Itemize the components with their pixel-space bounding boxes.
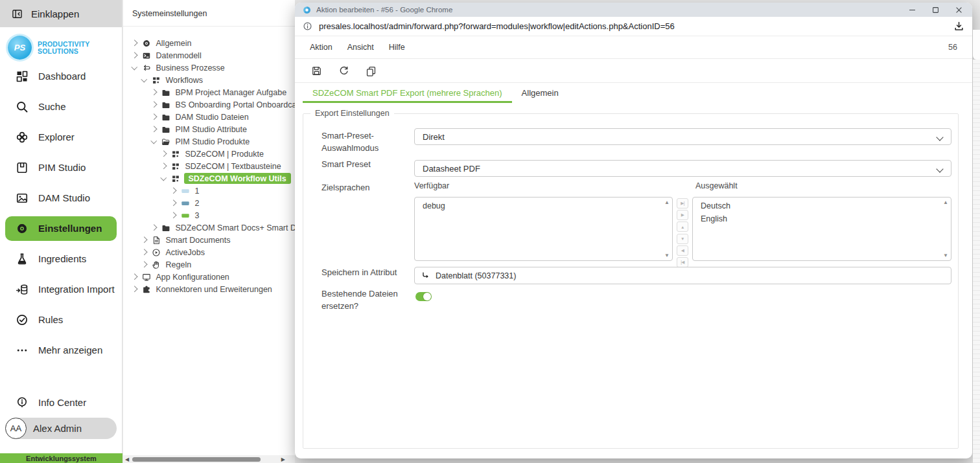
tree-node-bs-onboarding-portal-onboardcatalog[interactable]: BS Onboarding Portal Onboardcatalog: [123, 98, 295, 111]
tab-sdzecom-smart-pdf-export-mehrere-sprache[interactable]: SDZeCOM Smart PDF Export (mehrere Sprach…: [303, 83, 512, 103]
close-icon[interactable]: [955, 6, 963, 14]
chevron-right-icon[interactable]: [161, 151, 167, 157]
sidebar-item-dam-studio[interactable]: DAM Studio: [5, 186, 117, 210]
maximize-icon[interactable]: [931, 6, 940, 14]
tree-node-sdzecom-produkte[interactable]: SDZeCOM | Produkte: [123, 148, 295, 160]
scroll-down-icon[interactable]: ▼: [664, 253, 670, 258]
tree-node-3[interactable]: 3: [123, 209, 295, 221]
tree-node-workflows[interactable]: Workflows: [123, 74, 295, 86]
tree-node-business-prozesse[interactable]: Business Prozesse: [123, 62, 295, 74]
chevron-right-icon[interactable]: [151, 114, 157, 120]
tree-node-allgemein[interactable]: Allgemein: [123, 37, 295, 49]
tree-node-sdzecom-smart-docs-smart-documents[interactable]: SDZeCOM Smart Docs+ Smart Documents: [123, 221, 295, 234]
logo-badge: PS: [8, 36, 32, 60]
chevron-right-icon[interactable]: [161, 163, 167, 169]
chevron-down-icon[interactable]: [132, 64, 137, 70]
undo-button[interactable]: [338, 65, 349, 76]
sidebar-item-row: PIM Studio: [0, 152, 122, 183]
scrollbar-thumb[interactable]: [132, 457, 261, 462]
chevron-right-icon[interactable]: [132, 40, 137, 46]
tree-node-datenmodell[interactable]: Datenmodell: [123, 49, 295, 62]
user-name: Alex Admin: [33, 423, 82, 434]
move-all-right-icon[interactable]: ▶|: [677, 198, 688, 209]
move-all-left-icon[interactable]: |◀: [677, 257, 688, 267]
replace-files-toggle[interactable]: [415, 292, 432, 301]
sidebar-item-explorer[interactable]: Explorer: [5, 125, 117, 150]
sidebar-item-rules[interactable]: Rules: [5, 308, 117, 332]
tree-node-regeln[interactable]: Regeln: [123, 258, 295, 271]
chevron-down-icon[interactable]: [161, 175, 167, 181]
list-item[interactable]: debug: [415, 198, 672, 210]
tree-node-2[interactable]: 2: [123, 197, 295, 209]
chevron-right-icon[interactable]: [132, 274, 137, 280]
user-menu[interactable]: AA Alex Admin: [5, 418, 117, 439]
download-icon[interactable]: [953, 21, 964, 32]
url-text[interactable]: presales.localhost/admin/forward.php?for…: [319, 21, 947, 31]
chevron-right-icon[interactable]: [141, 262, 147, 267]
move-left-icon[interactable]: ◀: [677, 245, 688, 256]
tabs: SDZeCOM Smart PDF Export (mehrere Sprach…: [295, 83, 972, 103]
chevron-right-icon[interactable]: [141, 237, 147, 243]
chevron-right-icon[interactable]: [141, 249, 147, 255]
sidebar-item-integration-import[interactable]: Integration Import: [5, 277, 117, 302]
chevron-right-icon[interactable]: [170, 188, 176, 194]
sidebar-item-row: Explorer: [0, 122, 122, 152]
save-attribute-input[interactable]: Datenblatt (50377331): [414, 267, 951, 284]
tree-node-pim-studio-attribute[interactable]: PIM Studio Attribute: [123, 123, 295, 135]
smart-preset-select[interactable]: Datasheet PDF: [414, 160, 951, 177]
scroll-down-icon[interactable]: ▼: [943, 253, 948, 258]
puzzle-icon: [142, 285, 151, 294]
chevron-right-icon[interactable]: [151, 225, 157, 231]
copy-button[interactable]: [366, 65, 377, 76]
move-down-icon[interactable]: ▼: [677, 234, 688, 244]
url-bar[interactable]: presales.localhost/admin/forward.php?for…: [295, 17, 972, 36]
tree-node-smart-documents[interactable]: Smart Documents: [123, 234, 295, 246]
tree-node-sdzecom-workflow-utils[interactable]: SDZeCOM Workflow Utils: [123, 172, 295, 185]
tree-node-konnektoren-und-erweiterungen[interactable]: Konnektoren und Erweiterungen: [123, 283, 295, 295]
tree-node-sdzecom-textbausteine[interactable]: SDZeCOM | Textbausteine: [123, 160, 295, 172]
chevron-right-icon[interactable]: [170, 200, 176, 206]
save-button[interactable]: [311, 65, 322, 76]
sidebar-item-einstellungen[interactable]: Einstellungen: [5, 216, 117, 241]
menu-item-aktion[interactable]: Aktion: [310, 43, 332, 52]
chevron-right-icon[interactable]: [151, 126, 157, 132]
sidebar-item-label: Ingredients: [38, 253, 86, 264]
sidebar-item-pim-studio[interactable]: PIM Studio: [5, 155, 117, 180]
menu-item-hilfe[interactable]: Hilfe: [389, 43, 405, 52]
smart-preset-mode-select[interactable]: Direkt: [414, 128, 951, 145]
available-languages-listbox[interactable]: ▲ debug▼: [414, 197, 673, 261]
scroll-up-icon[interactable]: ▲: [664, 199, 670, 205]
chevron-right-icon[interactable]: [170, 212, 176, 218]
chevron-down-icon[interactable]: [141, 76, 147, 82]
tree-node-pim-studio-produkte[interactable]: PIM Studio Produkte: [123, 135, 295, 148]
chevron-down-icon[interactable]: [151, 138, 157, 144]
chevron-right-icon[interactable]: [151, 89, 157, 95]
sidebar-item-info-center[interactable]: Info Center: [5, 390, 117, 415]
move-up-icon[interactable]: ▲: [677, 221, 688, 232]
tab-allgemein[interactable]: Allgemein: [512, 83, 568, 103]
tree-node-activejobs[interactable]: ActiveJobs: [123, 246, 295, 258]
chevron-right-icon[interactable]: [151, 102, 157, 107]
horizontal-scrollbar[interactable]: ◀ ▶: [123, 455, 295, 463]
move-right-icon[interactable]: ▶: [677, 210, 688, 220]
tree-node-bpm-project-manager-aufgabe[interactable]: BPM Project Manager Aufgabe: [123, 86, 295, 98]
page-info-icon[interactable]: [303, 21, 312, 31]
sidebar-item-ingredients[interactable]: Ingredients: [5, 247, 117, 271]
menu-item-ansicht[interactable]: Ansicht: [347, 43, 374, 52]
tree-node-1[interactable]: 1: [123, 185, 295, 197]
chevron-right-icon[interactable]: [132, 52, 137, 58]
list-item[interactable]: English: [693, 210, 951, 223]
scroll-right-icon[interactable]: ▶: [281, 456, 285, 463]
sidebar-item-dashboard[interactable]: Dashboard: [5, 64, 117, 89]
sidebar-item-suche[interactable]: Suche: [5, 95, 117, 119]
list-item[interactable]: Deutsch: [693, 198, 951, 210]
sidebar-item-mehr-anzeigen[interactable]: Mehr anzeigen: [5, 338, 117, 363]
minimize-icon[interactable]: [908, 6, 916, 14]
tree-node-dam-studio-dateien[interactable]: DAM Studio Dateien: [123, 111, 295, 123]
scroll-up-icon[interactable]: ▲: [943, 199, 948, 205]
tree-node-app-konfigurationen[interactable]: App Konfigurationen: [123, 271, 295, 283]
scroll-left-icon[interactable]: ◀: [125, 456, 129, 463]
chevron-right-icon[interactable]: [132, 286, 137, 292]
selected-languages-listbox[interactable]: ▲ DeutschEnglish▼: [692, 197, 951, 261]
collapse-sidebar-button[interactable]: Einklappen: [0, 0, 122, 27]
